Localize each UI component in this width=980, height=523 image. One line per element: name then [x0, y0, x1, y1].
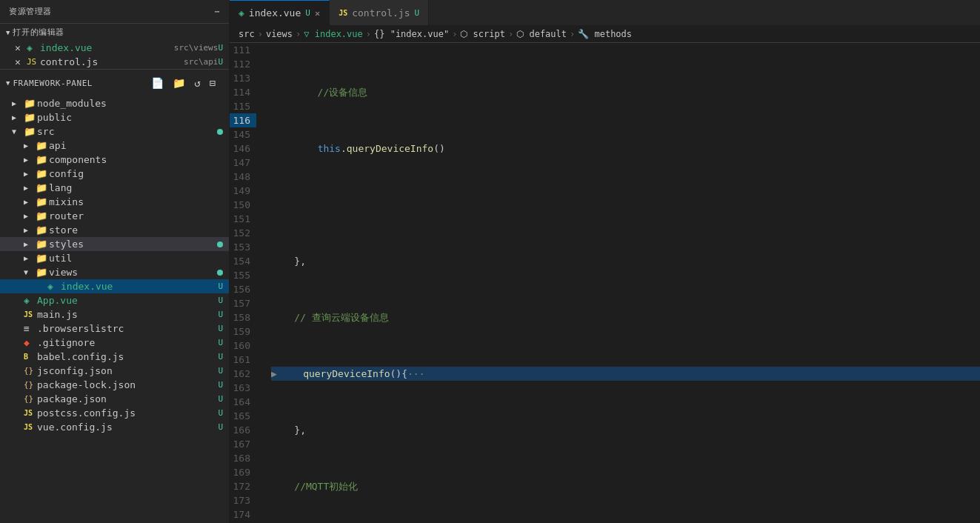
folder-icon: 📁 [36, 140, 49, 151]
tree-item-postcss-config[interactable]: JS postcss.config.js U [0, 406, 229, 420]
tree-item-app-vue[interactable]: ◈ App.vue U [0, 293, 229, 307]
breadcrumb-sep: › [570, 29, 575, 39]
modified-dot [217, 241, 223, 247]
ln-172: 172 [230, 479, 256, 493]
tree-item-mixins[interactable]: ▶ 📁 mixins [0, 195, 229, 209]
breadcrumb-methods[interactable]: 🔧 methods [578, 29, 632, 39]
open-file-index-vue[interactable]: ✕ ◈ index.vue src\views U [0, 41, 229, 55]
tree-item-babel-config[interactable]: B babel.config.js U [0, 350, 229, 364]
new-folder-icon[interactable]: 📁 [171, 76, 187, 90]
open-editors-header[interactable]: ▼ 打开的编辑器 [0, 24, 229, 41]
folder-icon: 📁 [36, 154, 49, 165]
framework-panel-arrow: ▼ [6, 79, 10, 87]
close-icon[interactable]: ✕ [15, 42, 27, 53]
breadcrumb-script[interactable]: {} "index.vue" [374, 29, 449, 39]
vue-file-icon: ◈ [27, 42, 40, 53]
folder-arrow: ▶ [24, 198, 36, 206]
ln-167: 167 [230, 437, 256, 451]
breadcrumb-script-tag[interactable]: ⬡ script [460, 29, 505, 39]
close-icon[interactable]: ✕ [15, 56, 27, 67]
framework-panel-header[interactable]: ▼ FRAMEWORK-PANEL 📄 📁 ↺ ⊟ [0, 70, 229, 96]
ln-145: 145 [230, 127, 256, 141]
tab-control-js[interactable]: JS control.js U [330, 0, 429, 25]
ln-147: 147 [230, 156, 256, 170]
tree-item-package-json[interactable]: {} package.json U [0, 392, 229, 406]
fold-arrow-116[interactable]: ▶ [271, 367, 277, 381]
breadcrumb-views[interactable]: views [266, 29, 293, 39]
folder-icon: 📁 [36, 253, 49, 264]
code-line-145: }, [271, 423, 980, 437]
vue-file-icon: ◈ [24, 295, 37, 306]
tree-item-api[interactable]: ▶ 📁 api [0, 139, 229, 153]
code-line-111: //设备信息 [271, 85, 980, 99]
refresh-icon[interactable]: ↺ [193, 76, 201, 90]
ln-116: 116 [230, 113, 256, 127]
folder-icon: 📁 [24, 126, 37, 137]
code-line-112: this.queryDeviceInfo() [271, 141, 980, 156]
tree-item-package-lock-json[interactable]: {} package-lock.json U [0, 378, 229, 392]
tree-item-public[interactable]: ▶ 📁 public [0, 110, 229, 124]
sidebar-toolbar: 📄 📁 ↺ ⊟ [144, 73, 223, 93]
tree-item-src[interactable]: ▼ 📁 src [0, 124, 229, 139]
ln-164: 164 [230, 395, 256, 409]
folder-icon: 📁 [24, 98, 37, 109]
ln-161: 161 [230, 353, 256, 367]
folder-arrow: ▶ [24, 254, 36, 262]
vue-file-icon: ◈ [47, 281, 61, 292]
tab-bar: ◈ index.vue U ✕ JS control.js U [230, 0, 980, 26]
tab-control-js-label: control.js [352, 7, 410, 19]
breadcrumb-sep: › [452, 29, 457, 39]
tree-item-router[interactable]: ▶ 📁 router [0, 209, 229, 223]
tree-item-jsconfig-json[interactable]: {} jsconfig.json U [0, 364, 229, 378]
ln-168: 168 [230, 451, 256, 465]
open-editors-label: 打开的编辑器 [13, 27, 64, 38]
breadcrumb-index-vue[interactable]: ▽ index.vue [304, 29, 362, 39]
tree-item-main-js[interactable]: JS main.js U [0, 307, 229, 322]
ln-146: 146 [230, 141, 256, 156]
open-editors-section: ▼ 打开的编辑器 ✕ ◈ index.vue src\views U ✕ JS … [0, 24, 229, 70]
collapse-icon[interactable]: ⊟ [208, 76, 217, 90]
tab-close-icon[interactable]: ✕ [315, 8, 320, 19]
ln-154: 154 [230, 254, 256, 268]
ln-173: 173 [230, 493, 256, 507]
breadcrumb-sep: › [258, 29, 263, 39]
code-line-113 [271, 198, 980, 212]
folder-icon: 📁 [36, 239, 49, 250]
tree-item-styles[interactable]: ▶ 📁 styles [0, 237, 229, 251]
folder-icon: 📁 [24, 112, 37, 123]
ln-152: 152 [230, 226, 256, 240]
ln-159: 159 [230, 324, 256, 339]
editor-content: 111 112 113 114 115 116 145 146 147 148 … [230, 43, 980, 523]
tab-modified-indicator: U [305, 8, 310, 18]
new-file-icon[interactable]: 📄 [150, 76, 165, 90]
line-numbers: 111 112 113 114 115 116 145 146 147 148 … [230, 43, 265, 523]
tree-item-store[interactable]: ▶ 📁 store [0, 223, 229, 237]
tree-item-components[interactable]: ▶ 📁 components [0, 153, 229, 167]
file-tree: ▶ 📁 node_modules ▶ 📁 public ▼ 📁 src ▶ 📁 [0, 96, 229, 434]
tree-item-index-vue[interactable]: ◈ index.vue U [0, 279, 229, 293]
git-file-icon: ◆ [24, 337, 37, 348]
sidebar-more-icon[interactable]: ⋯ [215, 7, 220, 16]
folder-arrow: ▶ [24, 156, 36, 164]
open-editors-arrow: ▼ [6, 29, 10, 36]
tree-item-browserslistrc[interactable]: ≡ .browserslistrc U [0, 322, 229, 336]
modified-dot [217, 270, 223, 276]
tree-item-config[interactable]: ▶ 📁 config [0, 167, 229, 181]
framework-panel-label: FRAMEWORK-PANEL [13, 79, 93, 88]
tree-item-util[interactable]: ▶ 📁 util [0, 251, 229, 265]
open-file-control-js[interactable]: ✕ JS control.js src\api U [0, 55, 229, 69]
tree-item-vue-config[interactable]: JS vue.config.js U [0, 420, 229, 434]
tab-index-vue[interactable]: ◈ index.vue U ✕ [230, 0, 330, 25]
tree-item-node-modules[interactable]: ▶ 📁 node_modules [0, 96, 229, 110]
tree-item-views[interactable]: ▼ 📁 views [0, 265, 229, 279]
code-area[interactable]: //设备信息 this.queryDeviceInfo() }, // 查询云端… [265, 43, 980, 523]
folder-arrow: ▼ [12, 127, 24, 136]
tree-item-lang[interactable]: ▶ 📁 lang [0, 181, 229, 195]
breadcrumb-default[interactable]: ⬡ default [516, 29, 567, 39]
breadcrumb-src[interactable]: src [239, 29, 255, 39]
babel-file-icon: B [24, 353, 37, 361]
tab-vue-icon: ◈ [239, 7, 244, 19]
tree-item-gitignore[interactable]: ◆ .gitignore U [0, 336, 229, 350]
folder-arrow: ▶ [24, 226, 36, 234]
ln-169: 169 [230, 465, 256, 479]
